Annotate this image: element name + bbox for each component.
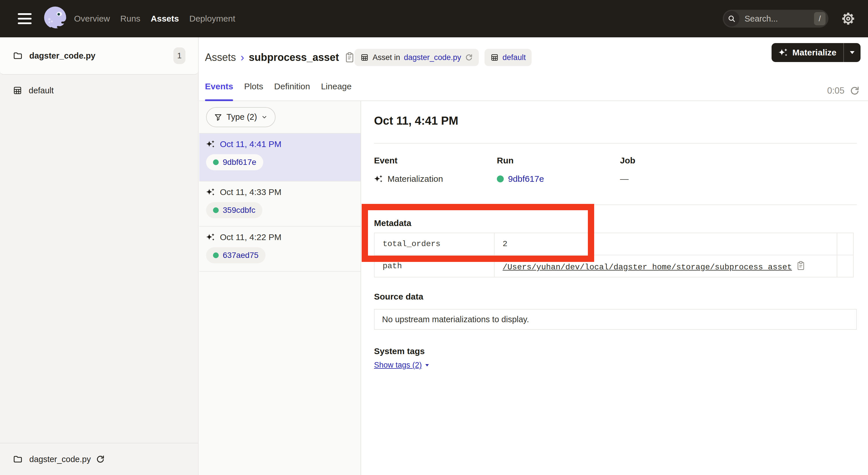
- materialize-split-button: Materialize: [772, 43, 861, 62]
- sidebar-footer[interactable]: dagster_code.py: [0, 443, 198, 475]
- breadcrumb-assets-link[interactable]: Assets: [205, 51, 236, 63]
- search-placeholder: Search...: [745, 14, 814, 24]
- auto-refresh-timer: 0:05: [827, 86, 860, 96]
- asset-tabs: Events Plots Definition Lineage 0:05: [199, 78, 868, 101]
- refresh-code-location-icon[interactable]: [465, 53, 473, 61]
- materialize-button[interactable]: Materialize: [772, 48, 843, 57]
- metadata-key: total_orders: [374, 233, 494, 255]
- nav-item-runs[interactable]: Runs: [120, 14, 141, 24]
- tab-plots[interactable]: Plots: [244, 78, 263, 100]
- run-status-dot: [213, 159, 219, 165]
- sidebar-item-default-repo[interactable]: default: [0, 86, 198, 95]
- footer-code-location-label: dagster_code.py: [29, 455, 91, 464]
- materialization-sparkle-icon: [206, 187, 215, 197]
- main-area: Assets › subprocess_asset Asset in dagst…: [199, 37, 868, 475]
- nav-item-deployment[interactable]: Deployment: [189, 14, 235, 24]
- repo-label: default: [29, 86, 54, 95]
- search-input[interactable]: Search... /: [723, 10, 828, 28]
- source-data-heading: Source data: [374, 292, 857, 301]
- primary-nav: Overview Runs Assets Deployment: [74, 14, 236, 24]
- copy-asset-name-icon[interactable]: [345, 52, 354, 63]
- tab-events[interactable]: Events: [205, 78, 233, 100]
- run-id: 359cdbfc: [223, 206, 255, 215]
- event-time: Oct 11, 4:41 PM: [220, 139, 282, 149]
- code-location-link[interactable]: dagster_code.py: [404, 53, 461, 62]
- run-id-link[interactable]: 9dbf617e: [508, 174, 544, 184]
- type-filter-label: Type (2): [226, 112, 257, 122]
- breadcrumb: Assets › subprocess_asset: [205, 51, 354, 64]
- tab-lineage[interactable]: Lineage: [321, 78, 352, 100]
- event-detail-title: Oct 11, 4:41 PM: [374, 114, 857, 127]
- event-time: Oct 11, 4:22 PM: [220, 232, 282, 242]
- event-detail-pane: Oct 11, 4:41 PM Event Materialization: [361, 101, 868, 475]
- run-id-pill[interactable]: 9dbf617e: [206, 154, 263, 170]
- run-id: 9dbf617e: [223, 158, 256, 167]
- caret-down-icon: [425, 363, 429, 367]
- repo-badge: default: [485, 49, 532, 66]
- top-nav: Overview Runs Assets Deployment Search..…: [0, 0, 868, 37]
- dagster-logo[interactable]: [42, 5, 69, 32]
- gear-icon[interactable]: [842, 12, 855, 25]
- asset-location-badge: Asset in dagster_code.py: [354, 49, 479, 66]
- folder-icon: [12, 454, 23, 464]
- table-row: total_orders 2: [374, 233, 854, 255]
- tab-definition[interactable]: Definition: [274, 78, 310, 100]
- path-link[interactable]: /Users/yuhan/dev/local/dagster_home/stor…: [503, 263, 792, 272]
- metadata-table: total_orders 2 path /Users/yuhan/dev/loc…: [374, 233, 854, 277]
- search-icon: [724, 11, 739, 26]
- metadata-heading: Metadata: [374, 218, 857, 228]
- hamburger-menu-icon[interactable]: [18, 13, 32, 24]
- metadata-value: 2: [494, 233, 837, 255]
- timer-countdown: 0:05: [827, 86, 844, 96]
- event-time: Oct 11, 4:33 PM: [220, 187, 282, 197]
- events-filter-bar: Type (2): [199, 101, 361, 133]
- repo-link[interactable]: default: [503, 53, 526, 62]
- chevron-down-icon: [261, 114, 268, 120]
- job-label: Job: [620, 156, 857, 166]
- nav-item-overview[interactable]: Overview: [74, 14, 110, 24]
- event-row[interactable]: Oct 11, 4:33 PM 359cdbfc: [199, 181, 361, 227]
- caret-down-icon: [849, 51, 856, 55]
- event-info-grid: Event Materialization Run 9dbf6: [374, 156, 857, 184]
- run-status-dot: [213, 253, 219, 258]
- reload-code-location-icon[interactable]: [96, 455, 105, 464]
- type-filter-button[interactable]: Type (2): [206, 107, 276, 127]
- funnel-icon: [214, 113, 222, 121]
- asset-name: subprocess_asset: [249, 51, 339, 63]
- run-label: Run: [497, 156, 620, 166]
- run-id: 637aed75: [223, 251, 259, 260]
- materialization-sparkle-icon: [206, 140, 215, 149]
- system-tags-heading: System tags: [374, 346, 857, 356]
- repo-grid-icon: [490, 53, 499, 62]
- sidebar: dagster_code.py 1 default dagster_code.p…: [0, 37, 198, 475]
- source-data-empty-state: No upstream materializations to display.: [374, 309, 857, 330]
- materialize-label: Materialize: [793, 48, 836, 57]
- run-status-dot: [497, 175, 504, 182]
- copy-path-icon[interactable]: [797, 261, 805, 271]
- asset-in-label: Asset in: [373, 53, 400, 62]
- event-row[interactable]: Oct 11, 4:41 PM 9dbf617e: [199, 133, 361, 181]
- table-row: path /Users/yuhan/dev/local/dagster_home…: [374, 255, 854, 277]
- event-type-value: Materialization: [388, 174, 443, 184]
- code-location-label: dagster_code.py: [29, 51, 95, 61]
- materialization-sparkle-icon: [206, 233, 215, 242]
- page-header: Assets › subprocess_asset Asset in dagst…: [199, 37, 868, 78]
- metadata-key: path: [374, 255, 494, 277]
- refresh-icon[interactable]: [849, 86, 860, 96]
- breadcrumb-separator: ›: [241, 51, 244, 64]
- show-tags-toggle[interactable]: Show tags (2): [374, 361, 429, 369]
- events-list-pane: Type (2) Oct 11, 4:41 PM: [199, 101, 361, 475]
- nav-item-assets[interactable]: Assets: [151, 14, 179, 24]
- run-id-pill[interactable]: 637aed75: [206, 247, 266, 263]
- job-empty-value: —: [620, 174, 629, 184]
- event-row[interactable]: Oct 11, 4:22 PM 637aed75: [199, 227, 361, 272]
- materialize-dropdown-button[interactable]: [844, 51, 861, 55]
- event-label: Event: [374, 156, 497, 166]
- empty-message: No upstream materializations to display.: [382, 315, 529, 324]
- folder-icon: [12, 51, 23, 61]
- sidebar-item-code-location[interactable]: dagster_code.py 1: [0, 37, 198, 75]
- repo-grid-icon: [12, 86, 22, 95]
- asset-count-badge: 1: [174, 48, 185, 64]
- run-id-pill[interactable]: 359cdbfc: [206, 202, 262, 218]
- search-shortcut-key: /: [814, 12, 826, 25]
